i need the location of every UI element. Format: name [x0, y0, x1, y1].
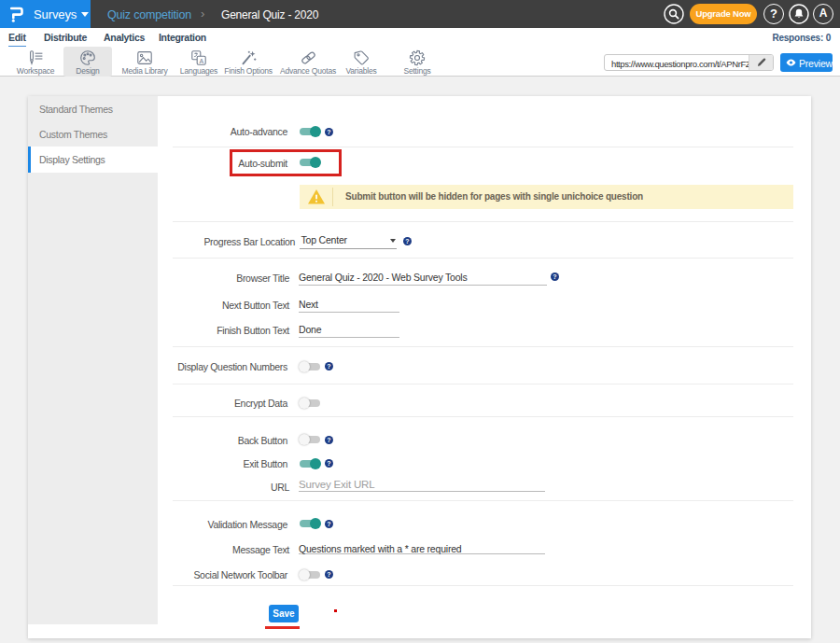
- svg-text:A: A: [200, 58, 204, 64]
